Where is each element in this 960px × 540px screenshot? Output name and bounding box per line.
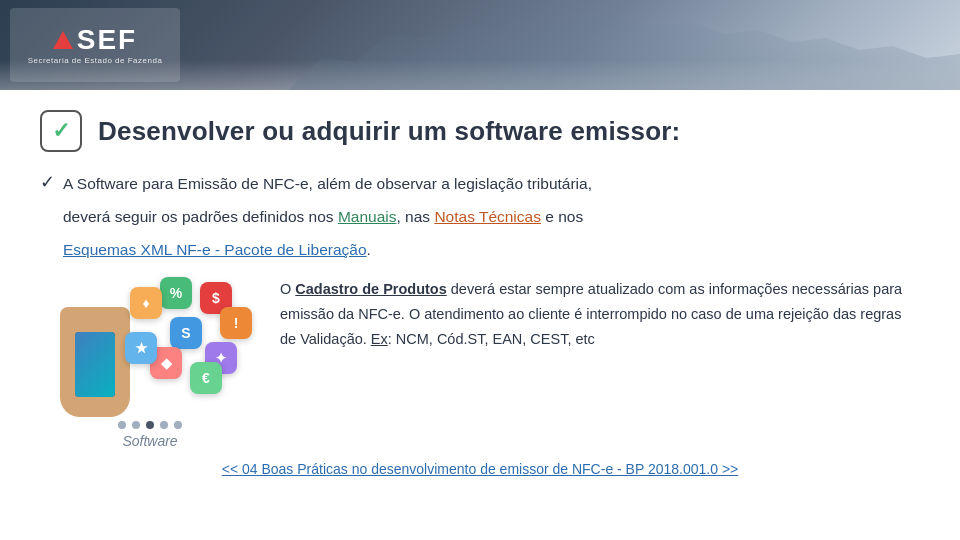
app-icon: € xyxy=(190,362,222,394)
app-icon: S xyxy=(170,317,202,349)
bullet-checkmark: ✓ xyxy=(40,171,55,193)
lower-section: $%!S✦♦◆€★ Software O Cadastro de Produto… xyxy=(40,277,920,449)
app-icon: % xyxy=(160,277,192,309)
right-text-block: O Cadastro de Produtos deverá estar semp… xyxy=(280,277,920,351)
ex-underline: Ex xyxy=(371,331,388,347)
app-icons-container: $%!S✦♦◆€★ xyxy=(110,277,250,407)
manuais-link[interactable]: Manuais xyxy=(338,208,397,225)
check-icon-wrapper: ✓ xyxy=(40,110,82,152)
title-row: ✓ Desenvolver ou adquirir um software em… xyxy=(40,110,920,152)
bullet-line2-mid: , nas xyxy=(396,208,434,225)
notas-tecnicas-link[interactable]: Notas Técnicas xyxy=(434,208,541,225)
app-icon: ♦ xyxy=(130,287,162,319)
dot xyxy=(174,421,182,429)
dots-indicator xyxy=(118,421,182,429)
dot xyxy=(118,421,126,429)
footer-link[interactable]: << 04 Boas Práticas no desenvolvimento d… xyxy=(222,461,738,477)
arch-silhouette xyxy=(288,10,960,90)
right-text-part2: : NCM, Cód.ST, EAN, CEST, etc xyxy=(388,331,595,347)
bullet-line2-start: deverá seguir os padrões definidos nos xyxy=(63,208,338,225)
esquemas-link-end: . xyxy=(367,241,371,258)
phone-screen xyxy=(75,332,115,397)
phone-screen-content xyxy=(75,332,115,397)
software-label: Software xyxy=(122,433,177,449)
logo-area: SEF Secretaria de Estado de Fazenda xyxy=(10,8,180,82)
app-icon: ★ xyxy=(125,332,157,364)
bullet-line2-end: e nos xyxy=(541,208,583,225)
main-content: ✓ Desenvolver ou adquirir um software em… xyxy=(0,90,960,487)
logo-triangle-icon xyxy=(53,31,73,49)
bullet-content: A Software para Emissão de NFC-e, além d… xyxy=(63,170,592,269)
footer-link-area[interactable]: << 04 Boas Práticas no desenvolvimento d… xyxy=(40,461,920,477)
software-image-area: $%!S✦♦◆€★ Software xyxy=(40,277,260,449)
dot xyxy=(160,421,168,429)
dot xyxy=(146,421,154,429)
software-illustration: $%!S✦♦◆€★ xyxy=(50,277,250,417)
bullet-line3: Esquemas XML NF-e - Pacote de Liberação. xyxy=(63,236,592,263)
cadastro-de-produtos: Cadastro de Produtos xyxy=(295,281,446,297)
bullet-line2: deverá seguir os padrões definidos nos M… xyxy=(63,203,592,230)
header-banner: SEF Secretaria de Estado de Fazenda xyxy=(0,0,960,90)
logo-subtitle: Secretaria de Estado de Fazenda xyxy=(28,56,163,65)
right-text-intro: O xyxy=(280,281,295,297)
checkmark-icon: ✓ xyxy=(52,118,70,144)
app-icon: ! xyxy=(220,307,252,339)
esquemas-link[interactable]: Esquemas XML NF-e - Pacote de Liberação xyxy=(63,241,367,258)
page-title: Desenvolver ou adquirir um software emis… xyxy=(98,116,680,147)
bullet-item: ✓ A Software para Emissão de NFC-e, além… xyxy=(40,170,920,269)
dot xyxy=(132,421,140,429)
logo-text: SEF xyxy=(77,26,137,54)
bullet-line1: A Software para Emissão de NFC-e, além d… xyxy=(63,170,592,197)
